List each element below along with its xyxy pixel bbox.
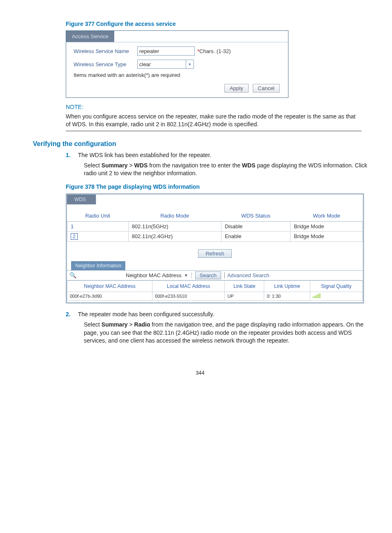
col-radio-mode: Radio Mode	[128, 210, 221, 222]
step-2-number: 2.	[66, 311, 76, 317]
apply-button[interactable]: Apply	[224, 84, 249, 93]
service-name-input[interactable]	[137, 46, 195, 56]
step-1-text: The WDS link has been established for th…	[78, 152, 212, 158]
search-field-dropdown[interactable]: Neighbor MAC Address ▼	[126, 272, 192, 278]
verifying-heading: Verifying the configuration	[33, 140, 367, 148]
service-type-value: clear	[138, 61, 186, 67]
required-note: Items marked with an asterisk(*) are req…	[66, 69, 288, 78]
step-2: 2. The repeater mode has been configured…	[66, 311, 367, 345]
search-button[interactable]: Search	[195, 271, 221, 279]
wds-table: Radio Unit Radio Mode WDS Status Work Mo…	[67, 210, 363, 242]
col-link-uptime: Link Uptime	[264, 280, 310, 292]
chevron-down-icon: ▼	[184, 273, 188, 278]
col-signal-quality: Signal Quality	[310, 280, 362, 292]
service-type-dropdown[interactable]: clear ▾	[137, 60, 194, 69]
step-2-text: The repeater mode has been configured su…	[78, 311, 214, 317]
neighbor-table: Neighbor MAC Address Local MAC Address L…	[67, 280, 363, 301]
chevron-down-icon: ▾	[186, 60, 194, 68]
refresh-button[interactable]: Refresh	[198, 249, 232, 258]
advanced-search-link[interactable]: Advanced Search	[224, 272, 270, 278]
search-icon[interactable]: 🔍	[69, 272, 76, 278]
col-neighbor-mac: Neighbor MAC Address	[67, 280, 152, 292]
radio-unit-2-link[interactable]: 2	[67, 231, 129, 241]
wds-panel: WDS Radio Unit Radio Mode WDS Status Wor…	[66, 193, 364, 304]
step-1: 1. The WDS link has been established for…	[66, 152, 367, 178]
note-block: NOTE: When you configure access service …	[66, 104, 362, 131]
step-2-paragraph: Select Summary > Radio from the navigati…	[84, 321, 367, 345]
wds-tab[interactable]: WDS	[67, 195, 96, 204]
search-row: 🔍 Neighbor MAC Address ▼ Search Advanced…	[67, 270, 363, 280]
service-name-label: Wireless Service Name	[74, 48, 137, 54]
cancel-button[interactable]: Cancel	[253, 84, 280, 93]
col-wds-status: WDS Status	[221, 210, 290, 222]
step-1-paragraph: Select Summary > WDS from the navigation…	[84, 162, 367, 178]
step-1-number: 1.	[66, 152, 76, 158]
table-row: 000f-e27b-3d90 000f-e233-5510 UP 0: 1:30	[67, 292, 363, 300]
figure-378-caption: Figure 378 The page displaying WDS infor…	[66, 183, 367, 190]
figure-377-caption: Figure 377 Configure the access service	[66, 21, 367, 27]
note-body: When you configure access service on the…	[66, 113, 362, 128]
col-link-state: Link State	[225, 280, 264, 292]
panel-tab-row: Access Service	[66, 31, 288, 42]
table-row: 1 802.11n(5GHz) Disable Bridge Mode	[67, 221, 363, 231]
access-service-tab[interactable]: Access Service	[66, 31, 114, 42]
service-type-label: Wireless Service Type	[74, 61, 137, 67]
access-service-panel: Access Service Wireless Service Name *Ch…	[66, 30, 288, 98]
col-radio-unit: Radio Unit	[67, 210, 129, 222]
button-row: Apply Cancel	[66, 78, 288, 93]
signal-quality-cell	[310, 292, 362, 300]
service-type-row: Wireless Service Type clear ▾	[66, 56, 288, 69]
wds-tab-row: WDS	[67, 195, 363, 204]
col-local-mac: Local MAC Address	[152, 280, 225, 292]
chars-hint: Chars. (1-32)	[199, 48, 231, 54]
note-label: NOTE:	[66, 104, 362, 110]
service-name-row: Wireless Service Name *Chars. (1-32)	[66, 42, 288, 56]
col-work-mode: Work Mode	[291, 210, 363, 222]
radio-unit-1-link[interactable]: 1	[67, 221, 129, 231]
signal-bars-icon	[313, 293, 321, 298]
neighbor-info-tab[interactable]: Neighbor Information	[71, 261, 125, 270]
table-row: 2 802.11n(2.4GHz) Enable Bridge Mode	[67, 231, 363, 241]
page-number: 344	[33, 370, 367, 376]
